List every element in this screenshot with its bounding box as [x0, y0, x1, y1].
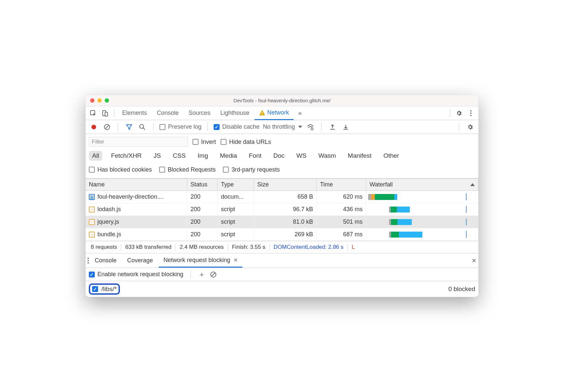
devtools-window: DevTools - foul-heavenly-direction.glitc… [86, 95, 478, 297]
disable-cache-checkbox[interactable]: Disable cache [214, 123, 260, 130]
blocked-count: 0 blocked [448, 285, 475, 293]
col-waterfall[interactable]: Waterfall [366, 179, 478, 190]
table-row[interactable]: foul-heavenly-direction.... 200 docum...… [86, 191, 478, 203]
tab-lighthouse[interactable]: Lighthouse [216, 106, 254, 120]
script-icon [89, 219, 95, 225]
tab-network-label: Network [267, 109, 289, 116]
enable-blocking-checkbox[interactable]: Enable network request blocking [89, 271, 183, 278]
script-icon [89, 207, 95, 212]
settings-icon[interactable] [453, 107, 465, 119]
summary-bar: 8 requests 633 kB transferred 2.4 MB res… [86, 241, 478, 253]
svg-rect-4 [262, 114, 263, 114]
filter-icon[interactable] [124, 122, 134, 132]
drawer-tab-blocking[interactable]: Network request blocking ✕ [159, 254, 242, 268]
network-toolbar: Preserve log Disable cache No throttling [86, 120, 478, 134]
svg-point-9 [311, 128, 313, 130]
search-icon[interactable] [137, 122, 147, 132]
filter-type-fetchxhr[interactable]: Fetch/XHR [108, 151, 145, 161]
tab-sources[interactable]: Sources [184, 106, 215, 120]
inspect-icon[interactable] [88, 107, 99, 119]
col-size[interactable]: Size [254, 179, 317, 190]
pattern-enabled-checkbox[interactable] [92, 286, 98, 292]
tab-elements[interactable]: Elements [118, 106, 152, 120]
filter-bar: Invert Hide data URLs All Fetch/XHR JS C… [86, 134, 478, 179]
svg-point-7 [140, 124, 144, 128]
svg-rect-2 [105, 112, 108, 116]
filter-type-js[interactable]: JS [150, 151, 164, 161]
record-button[interactable] [89, 122, 99, 132]
script-icon [89, 232, 95, 238]
add-pattern-icon[interactable]: ＋ [198, 270, 205, 279]
preserve-log-label: Preserve log [168, 123, 201, 130]
disable-cache-label: Disable cache [222, 123, 260, 130]
requests-table: Name Status Type Size Time Waterfall fou… [86, 179, 478, 241]
clear-icon[interactable] [102, 122, 112, 132]
close-drawer-icon[interactable]: ✕ [472, 257, 476, 264]
main-tabbar: Elements Console Sources Lighthouse Netw… [86, 106, 478, 120]
filter-type-manifest[interactable]: Manifest [344, 151, 375, 161]
filter-input[interactable] [89, 137, 188, 147]
tab-network[interactable]: Network [255, 106, 294, 120]
network-settings-icon[interactable] [465, 122, 475, 132]
waterfall-cell [366, 191, 478, 203]
traffic-lights [90, 98, 109, 103]
filter-type-all[interactable]: All [89, 151, 102, 161]
caret-down-icon [298, 126, 302, 128]
pattern-text: /libs/* [101, 285, 117, 293]
has-blocked-cookies-checkbox[interactable]: Has blocked cookies [89, 166, 152, 173]
table-body: foul-heavenly-direction.... 200 docum...… [86, 191, 478, 241]
clear-patterns-icon[interactable] [210, 271, 217, 278]
drawer-menu-icon[interactable] [88, 258, 89, 264]
col-type[interactable]: Type [218, 179, 254, 190]
col-name[interactable]: Name [86, 179, 187, 190]
filter-type-wasm[interactable]: Wasm [315, 151, 339, 161]
filter-type-img[interactable]: Img [194, 151, 211, 161]
filter-type-font[interactable]: Font [246, 151, 265, 161]
waterfall-cell [366, 203, 478, 215]
zoom-window-button[interactable] [105, 98, 109, 103]
drawer-toolbar: Enable network request blocking ＋ [86, 268, 478, 281]
summary-requests: 8 requests [87, 244, 121, 250]
more-tabs-icon[interactable]: » [294, 107, 305, 119]
filter-type-css[interactable]: CSS [169, 151, 189, 161]
sort-asc-icon [470, 183, 475, 186]
divider [450, 109, 450, 117]
tab-console[interactable]: Console [152, 106, 183, 120]
drawer-tabbar: Console Coverage Network request blockin… [86, 253, 478, 268]
table-row[interactable]: jquery.js 200 script 81.0 kB 501 ms [86, 216, 478, 228]
close-tab-icon[interactable]: ✕ [233, 257, 238, 263]
third-party-checkbox[interactable]: 3rd-party requests [223, 166, 280, 173]
filter-type-media[interactable]: Media [217, 151, 240, 161]
svg-line-11 [212, 273, 215, 276]
blocking-pattern-row[interactable]: /libs/* 0 blocked [86, 281, 478, 297]
blocked-requests-checkbox[interactable]: Blocked Requests [159, 166, 216, 173]
throttling-select[interactable]: No throttling [263, 123, 302, 130]
throttling-label: No throttling [263, 123, 295, 130]
col-status[interactable]: Status [187, 179, 218, 190]
pattern-highlight: /libs/* [89, 283, 120, 295]
warning-icon [259, 110, 265, 116]
summary-transferred: 633 kB transferred [121, 244, 176, 250]
drawer-tab-coverage[interactable]: Coverage [123, 254, 158, 268]
filter-type-doc[interactable]: Doc [270, 151, 288, 161]
kebab-menu-icon[interactable] [465, 107, 476, 119]
preserve-log-checkbox[interactable]: Preserve log [159, 123, 201, 130]
divider [114, 109, 114, 117]
document-icon [89, 194, 95, 200]
summary-dcl: DOMContentLoaded: 2.86 s [270, 244, 348, 250]
network-conditions-icon[interactable] [305, 122, 315, 132]
device-toggle-icon[interactable] [99, 107, 111, 119]
table-row[interactable]: bundle.js 200 script 269 kB 687 ms [86, 228, 478, 241]
col-time[interactable]: Time [317, 179, 366, 190]
invert-checkbox[interactable]: Invert [193, 139, 216, 146]
import-har-icon[interactable] [328, 122, 337, 132]
hide-data-urls-checkbox[interactable]: Hide data URLs [221, 139, 271, 146]
waterfall-cell [366, 228, 478, 241]
filter-type-other[interactable]: Other [380, 151, 403, 161]
drawer-tab-console[interactable]: Console [90, 254, 121, 268]
filter-type-ws[interactable]: WS [293, 151, 310, 161]
close-window-button[interactable] [90, 98, 94, 103]
table-row[interactable]: lodash.js 200 script 96.7 kB 436 ms [86, 203, 478, 216]
minimize-window-button[interactable] [97, 98, 102, 103]
export-har-icon[interactable] [341, 122, 351, 132]
